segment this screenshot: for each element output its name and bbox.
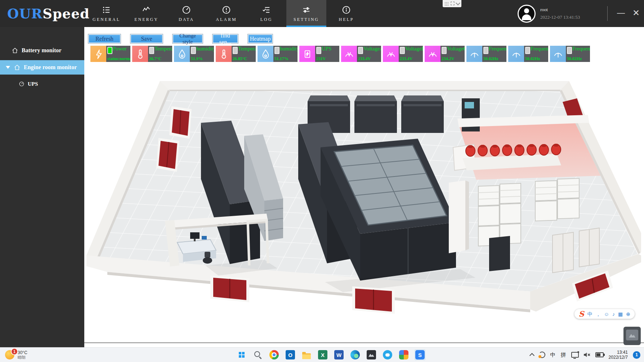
taskbar-app-photos[interactable] <box>398 349 409 360</box>
taskbar-app-word[interactable]: W <box>334 349 344 360</box>
sensor-icon <box>425 46 440 62</box>
user-info[interactable]: root 2022-12-07 13:41:53 <box>518 5 580 23</box>
sensor-tile[interactable]: humidity2 51.17% <box>258 46 298 62</box>
sensor-tile[interactable]: UPS 231V <box>299 46 339 62</box>
dark-rack-right <box>489 236 510 271</box>
taskbar-app-photo-viewer[interactable] <box>366 349 377 360</box>
nav-tab-log[interactable]: LOG <box>246 0 286 27</box>
battery-icon[interactable] <box>595 352 604 357</box>
taskbar-app-sogou[interactable]: S <box>415 349 425 360</box>
taskbar-app-windows-start[interactable] <box>236 349 247 360</box>
taskbar-app-folder[interactable] <box>301 349 312 360</box>
sensor-tile[interactable]: Power status:normal <box>90 46 130 62</box>
taskbar-app-messenger[interactable] <box>382 349 393 360</box>
nav-tab-label: ALARM <box>216 17 237 22</box>
sensor-tile[interactable]: humidity1 51.9% <box>174 46 214 62</box>
sensor-status-chip <box>233 47 238 54</box>
photo-viewer-icon <box>367 350 376 359</box>
change-style-button[interactable]: Change style <box>172 34 203 44</box>
sogou-tool-icon[interactable]: ☺ <box>604 312 609 317</box>
sensor-value: 233.4V <box>400 56 413 62</box>
sensor-tile[interactable]: VoltageB 233.4V <box>383 46 423 62</box>
sidebar-item-label: Battery monitor <box>22 47 62 54</box>
nav-tab-label: GENERAL <box>93 17 120 22</box>
find-sen-button[interactable]: find sen... <box>212 34 238 44</box>
sensor-label: Frequenc <box>572 46 590 52</box>
sensor-label: Frequenc <box>531 46 548 52</box>
thumbnail-icon <box>626 330 638 340</box>
sidebar-item-battery-monitor[interactable]: Battery monitor <box>0 44 84 57</box>
save-button[interactable]: Save <box>130 34 163 44</box>
sogou-tool-icon[interactable]: ， <box>596 312 601 317</box>
nav-tab-data[interactable]: DATA <box>166 0 206 27</box>
nav-tab-alarm[interactable]: ALARM <box>206 0 246 27</box>
titlebar: OURSpeed GENERAL ENERGY DATA ALARM LOG S… <box>0 0 644 27</box>
sensor-icon <box>341 46 357 62</box>
taskbar-app-search[interactable] <box>252 349 263 360</box>
sensor-label: Tempera <box>155 46 172 52</box>
minimize-button[interactable]: — <box>614 7 627 19</box>
chevron-down-icon[interactable] <box>456 1 460 5</box>
sensor-value: 234.2V <box>442 56 455 62</box>
sidebar-item-ups[interactable]: UPS <box>0 78 84 90</box>
nav-tab-general[interactable]: GENERAL <box>86 0 126 27</box>
sensor-tile[interactable]: Frequenc 50.02Hz <box>508 46 548 62</box>
tray-clock[interactable]: 13:41 2022/12/7 <box>609 350 628 360</box>
nav-tab-setting[interactable]: SETTING <box>286 0 326 27</box>
ime-chinese-indicator[interactable]: 中 <box>550 352 556 358</box>
taskbar-app-excel[interactable]: X <box>317 349 328 360</box>
sogou-tool-icon[interactable]: ▦ <box>618 312 623 317</box>
heatmap-button[interactable]: Heatmap <box>247 34 273 44</box>
notification-badge[interactable]: 1 <box>633 351 640 359</box>
sensor-value: 233.4V <box>358 56 371 62</box>
sync-icon[interactable] <box>539 352 545 358</box>
close-button[interactable]: ✕ <box>630 7 643 19</box>
ourspeed-app-window: OURSpeed GENERAL ENERGY DATA ALARM LOG S… <box>0 0 644 362</box>
sogou-tool-icon[interactable]: ♪ <box>612 312 615 317</box>
sensor-tile[interactable]: VoltageA 233.4V <box>341 46 381 62</box>
sensor-tile[interactable]: Tempera 26.85°C <box>216 46 256 62</box>
window-controls-divider <box>607 6 608 21</box>
ime-pinyin-indicator[interactable]: 拼 <box>561 352 566 358</box>
sogou-tool-icon[interactable]: ⊕ <box>626 312 630 317</box>
sensor-icon <box>383 46 399 62</box>
sensor-label: Frequenc <box>489 46 506 52</box>
nav-tab-icon <box>222 5 231 15</box>
sidebar-item-label: Engine room monitor <box>24 64 77 71</box>
screen-capture-widget[interactable] <box>443 0 461 7</box>
sensor-tile[interactable]: Frequenc 50.02Hz <box>466 46 506 62</box>
logo-part1: OUR <box>7 6 43 22</box>
display-pen-icon[interactable] <box>571 352 579 358</box>
avatar <box>518 5 536 23</box>
volume-muted-icon[interactable] <box>584 352 590 357</box>
sensor-tile[interactable]: Tempera 26.7°C <box>132 46 172 62</box>
sensor-tile-row: Power status:normal Tempera 26.7°C humid… <box>90 46 590 62</box>
sidebar-item-engine-room-monitor[interactable]: Engine room monitor <box>0 60 84 75</box>
sensor-status-chip <box>525 47 530 54</box>
nav-tab-label: SETTING <box>294 17 319 22</box>
sensor-tile[interactable]: Frequenc 50.02Hz <box>550 46 590 62</box>
taskbar-app-chrome[interactable] <box>269 349 279 360</box>
taskbar-app-outlook[interactable]: O <box>285 349 296 360</box>
username: root <box>540 7 580 13</box>
nav-tab-icon <box>182 5 191 15</box>
nav-tab-energy[interactable]: ENERGY <box>126 0 166 27</box>
refresh-button[interactable]: Refresh <box>88 34 121 44</box>
engine-room-3d-view[interactable] <box>86 81 641 315</box>
content-scrollbar[interactable] <box>84 342 644 343</box>
sensor-icon <box>466 46 482 62</box>
sensor-status-chip <box>191 47 196 54</box>
sogou-tool-icon[interactable]: 中 <box>587 312 592 317</box>
sensor-label: VoltageC <box>447 46 465 52</box>
taskbar-weather-widget[interactable]: 1 30°C 晴朗 <box>5 348 27 362</box>
expand-icon[interactable] <box>451 0 455 7</box>
floating-capture-widget[interactable] <box>623 327 641 345</box>
sensor-value: 50.02Hz <box>525 56 540 62</box>
sensor-icon <box>299 46 315 62</box>
tray-chevron-up-icon[interactable] <box>529 353 535 358</box>
sogou-input-toolbar[interactable]: S 中，☺♪▦⊕ <box>574 309 635 319</box>
sensor-tile[interactable]: VoltageC 234.2V <box>425 46 465 62</box>
taskbar-app-edge[interactable] <box>350 349 361 360</box>
sogou-logo-icon[interactable]: S <box>579 310 584 318</box>
nav-tab-help[interactable]: HELP <box>326 0 366 27</box>
